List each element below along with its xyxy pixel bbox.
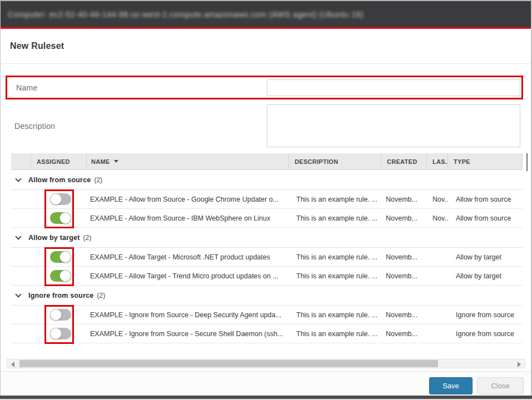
column-header-name[interactable]: NAME [87, 153, 289, 169]
row-gutter [11, 209, 31, 227]
rule-name-cell: EXAMPLE - Allow Target - Microsoft .NET … [87, 248, 289, 266]
rule-last-cell [427, 267, 448, 285]
rule-created-cell: Novemb... [381, 209, 427, 227]
rule-created-cell: Novemb... [381, 248, 427, 266]
name-input[interactable] [267, 79, 520, 96]
assigned-cell [31, 267, 87, 285]
title-separator [1, 63, 531, 64]
toggle-knob [59, 270, 71, 282]
rule-type-cell: Allow from source [448, 190, 523, 208]
assigned-toggle[interactable] [50, 212, 71, 224]
rule-name-cell: EXAMPLE - Ignore from Source - Deep Secu… [87, 306, 289, 324]
column-header-description[interactable]: DESCRIPTION [289, 153, 381, 169]
rule-description-cell: This is an example rule. ... [289, 267, 381, 285]
row-gutter [11, 324, 31, 343]
rule-created-cell: Novemb... [381, 267, 427, 285]
description-input[interactable] [267, 104, 520, 147]
rule-created-cell: Novemb... [381, 324, 427, 343]
column-header-created[interactable]: CREATED [381, 153, 427, 169]
rule-description-cell: This is an example rule. ... [289, 190, 381, 208]
column-header-created-label: CREATED [387, 158, 417, 165]
rule-name-cell: EXAMPLE - Allow from Source - Google Chr… [87, 190, 289, 208]
column-header-assigned-label: ASSIGNED [37, 158, 70, 165]
row-gutter [11, 248, 31, 266]
name-field-label: Name [16, 83, 38, 92]
assigned-cell [31, 190, 87, 208]
group-rows-ignore-from-source: EXAMPLE - Ignore from Source - Deep Secu… [11, 306, 523, 343]
toggle-knob [50, 309, 62, 321]
group-count: (2) [97, 292, 106, 299]
table-row[interactable]: EXAMPLE - Ignore from Source - Secure Sh… [11, 324, 523, 343]
table-row[interactable]: EXAMPLE - Allow from Source - Google Chr… [11, 190, 523, 209]
table-row[interactable]: EXAMPLE - Allow Target - Microsoft .NET … [11, 248, 523, 267]
page-title: New Ruleset [10, 41, 64, 51]
rule-last-cell: Nov... [427, 190, 448, 208]
row-gutter [11, 190, 31, 208]
computer-title-redacted: Computer: ec2-52-40-46-144-98.us-west-2.… [8, 10, 364, 19]
assigned-cell [31, 248, 87, 266]
group-label: Allow by target [28, 234, 80, 242]
rule-type-cell: Allow by target [448, 267, 523, 285]
table-row[interactable]: EXAMPLE - Ignore from Source - Deep Secu… [11, 306, 523, 324]
toggle-knob [59, 251, 71, 263]
rule-name-cell: EXAMPLE - Allow Target - Trend Micro pro… [87, 267, 289, 285]
column-header-description-label: DESCRIPTION [295, 158, 338, 165]
group-label: Ignore from source [28, 292, 94, 299]
rule-name-cell: EXAMPLE - Ignore from Source - Secure Sh… [87, 324, 289, 343]
group-label: Allow from source [28, 176, 91, 184]
save-button[interactable]: Save [429, 377, 473, 394]
rules-table: ASSIGNED NAME DESCRIPTION CREATED LAS...… [11, 153, 523, 343]
assigned-toggle[interactable] [50, 193, 71, 205]
column-header-last-label: LAS... [432, 158, 448, 165]
red-accent-line [1, 27, 531, 29]
toggle-knob [59, 212, 71, 224]
horizontal-scrollbar[interactable] [7, 359, 525, 368]
assigned-cell [31, 306, 87, 324]
scroll-left-icon[interactable] [11, 362, 14, 367]
column-header-type-label: TYPE [454, 158, 470, 165]
chevron-down-icon[interactable] [15, 291, 21, 297]
column-header-type[interactable]: TYPE [448, 153, 523, 169]
rule-description-cell: This is an example rule. ... [289, 209, 381, 227]
table-header-row: ASSIGNED NAME DESCRIPTION CREATED LAS...… [11, 153, 523, 170]
row-gutter [11, 306, 31, 324]
assigned-cell [31, 324, 87, 343]
rule-description-cell: This is an example rule. ... [289, 248, 381, 266]
row-gutter [11, 267, 31, 285]
table-row[interactable]: EXAMPLE - Allow Target - Trend Micro pro… [11, 267, 523, 286]
column-header-last[interactable]: LAS... [427, 153, 448, 169]
assigned-toggle[interactable] [50, 309, 71, 321]
chevron-down-icon[interactable] [15, 233, 21, 239]
table-row[interactable]: EXAMPLE - Allow from Source - IBM WebSph… [11, 209, 523, 228]
description-field-label: Description [14, 122, 55, 131]
group-header-ignore-from-source[interactable]: Ignore from source (2) [11, 286, 523, 306]
rule-last-cell [427, 324, 448, 343]
dialog-footer: Save Close [1, 371, 531, 396]
group-rows-allow-from-source: EXAMPLE - Allow from Source - Google Chr… [11, 190, 523, 228]
group-header-allow-by-target[interactable]: Allow by target (2) [11, 228, 523, 248]
assigned-toggle[interactable] [50, 328, 71, 339]
chevron-down-icon[interactable] [15, 176, 21, 182]
assigned-toggle[interactable] [50, 251, 71, 263]
group-count: (2) [94, 176, 102, 184]
rule-description-cell: This is an example rule. ... [289, 306, 381, 324]
horizontal-scrollbar-thumb[interactable] [19, 360, 438, 367]
new-ruleset-dialog: Computer: ec2-52-40-46-144-98.us-west-2.… [0, 0, 532, 400]
assigned-cell [31, 209, 87, 227]
window-titlebar: Computer: ec2-52-40-46-144-98.us-west-2.… [1, 1, 531, 27]
group-header-allow-from-source[interactable]: Allow from source (2) [11, 170, 523, 190]
column-header-assigned[interactable]: ASSIGNED [31, 153, 87, 169]
column-header-name-label: NAME [91, 158, 110, 165]
rule-last-cell [427, 248, 448, 266]
toggle-knob [50, 193, 62, 205]
rule-type-cell: Allow by target [448, 248, 523, 266]
rule-created-cell: Novemb... [381, 306, 427, 324]
assigned-toggle[interactable] [50, 270, 71, 282]
rule-created-cell: Novemb... [381, 190, 427, 208]
toggle-knob [50, 328, 62, 339]
rule-description-cell: This is an example rule. ... [289, 324, 381, 343]
close-button[interactable]: Close [477, 377, 524, 394]
group-rows-allow-by-target: EXAMPLE - Allow Target - Microsoft .NET … [11, 248, 523, 286]
scroll-right-icon[interactable] [518, 362, 521, 367]
vertical-scrollbar-hint[interactable] [526, 153, 528, 171]
